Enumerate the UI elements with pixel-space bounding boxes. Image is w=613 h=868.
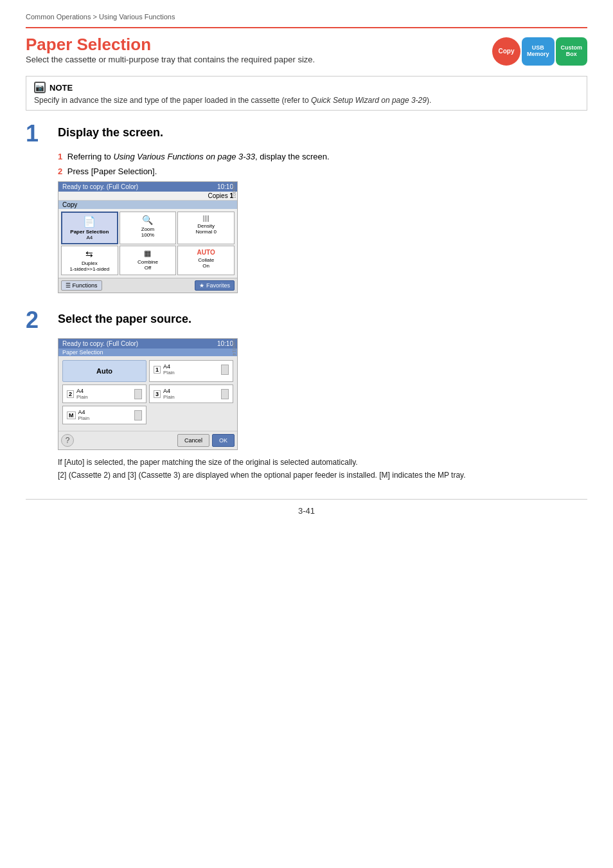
cassetteM-btn[interactable]: M A4 Plain [62, 406, 147, 424]
cassette3-paper: A4 [163, 388, 175, 394]
cell4-label: Duplex [64, 260, 115, 266]
step1-number: 1 [26, 122, 49, 145]
screen1-title: Ready to copy. (Full Color) [62, 183, 138, 190]
note-box: 📷 NOTE Specify in advance the size and t… [26, 76, 587, 111]
cassette2-type: Plain [76, 394, 88, 400]
cell5-label: Combine [123, 259, 173, 265]
cassetteM-type: Plain [78, 415, 90, 421]
cell6-label: Collate [181, 257, 231, 263]
screen1-copies-label: Copies [208, 192, 228, 199]
screen1-bottom-bar: ☰ Functions ★ Favorites [58, 278, 237, 293]
screen2-side-text: cab014 [231, 339, 237, 449]
step1-section: 1 Display the screen. 1 Referring to Usi… [26, 122, 587, 293]
screen1-functions-btn: ☰ Functions [61, 280, 102, 291]
cell4-sub: 1-sided>>1-sided [64, 266, 115, 272]
cancel-button[interactable]: Cancel [177, 434, 209, 447]
note-icon: 📷 [34, 82, 46, 93]
cell1-sub: A4 [65, 235, 114, 240]
badge-custom: CustomBox [556, 37, 588, 66]
step2-number: 2 [26, 309, 49, 332]
screen-mockup-1: Ready to copy. (Full Color) 10:10 Copies… [58, 181, 238, 293]
page-title: Paper Selection [26, 35, 315, 55]
badge-usb: USBMemory [522, 37, 555, 66]
cell3-sub: Normal 0 [181, 229, 231, 235]
breadcrumb: Common Operations > Using Various Functi… [26, 13, 587, 21]
page-number: 3-41 [26, 506, 587, 516]
cassette1-type: Plain [163, 370, 175, 375]
cell2-label: Zoom [123, 226, 173, 232]
cassette2-paper: A4 [76, 388, 88, 394]
substep1-1: 1 Referring to Using Various Functions o… [58, 152, 587, 161]
top-divider [26, 27, 587, 28]
step2-section: 2 Select the paper source. Ready to copy… [26, 309, 587, 480]
note-text: Specify in advance the size and type of … [34, 96, 579, 105]
cassette3-btn[interactable]: 3 A4 Plain [149, 384, 233, 403]
desc1: If [Auto] is selected, the paper matchin… [58, 458, 587, 467]
screen1-grid: 📄 Paper Selection A4 🔍 Zoom 100% |||| De… [58, 209, 237, 278]
substep1-2: 2 Press [Paper Selection]. [58, 167, 587, 176]
note-label: NOTE [49, 83, 73, 93]
cell2-sub: 100% [123, 232, 173, 238]
subtitle: Select the cassette or multi-purpose tra… [26, 55, 315, 64]
screen2-title: Ready to copy. (Full Color) [62, 340, 138, 347]
paper-selection-screen: Ready to copy. (Full Color) 10:10 Paper … [58, 338, 238, 450]
screen1-favorites-btn: ★ Favorites [195, 280, 235, 291]
cell5-sub: Off [123, 265, 173, 271]
step2-title: Select the paper source. [58, 309, 191, 326]
badge-copy: Copy [492, 37, 520, 66]
cassette1-btn[interactable]: 1 A4 Plain [149, 360, 233, 382]
cell6-sub: On [181, 263, 231, 269]
screen1-copy-label: Copy [62, 201, 77, 208]
cell1-label: Paper Selection [65, 229, 114, 235]
cassette1-paper: A4 [163, 363, 175, 370]
desc2: [2] (Cassette 2) and [3] (Cassette 3) ar… [58, 471, 587, 480]
bottom-divider [26, 499, 587, 500]
screen2-sub-bar: Paper Selection [62, 349, 103, 356]
cassette3-type: Plain [163, 394, 175, 400]
step1-title: Display the screen. [58, 122, 163, 140]
cassetteM-paper: A4 [78, 409, 90, 415]
screen1-side-text: cab001 [231, 182, 237, 293]
cassette2-btn[interactable]: 2 A4 Plain [62, 384, 147, 403]
cell3-label: Density [181, 223, 231, 229]
auto-btn[interactable]: Auto [62, 360, 147, 382]
help-icon[interactable]: ? [61, 434, 74, 447]
ps-footer: ? Cancel OK [58, 431, 237, 449]
